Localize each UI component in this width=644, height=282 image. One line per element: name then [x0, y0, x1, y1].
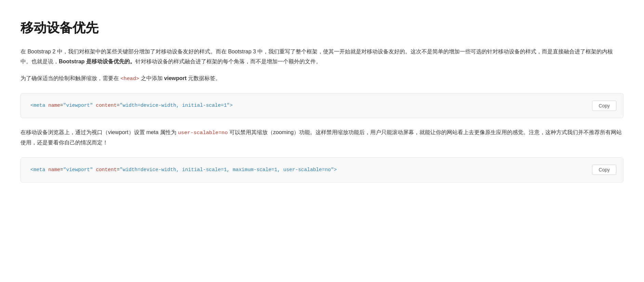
viewport-end-text: 元数据标签。: [187, 75, 221, 81]
copy-button-2[interactable]: Copy: [592, 165, 616, 175]
code-attr-name-2a: name: [48, 167, 60, 172]
viewport-suffix-text: 之中添加: [139, 75, 164, 81]
code-attr-value-2b: "width=device-width, initial-scale=1, ma…: [120, 167, 334, 172]
code-attr-value-2a: "viewport": [63, 167, 93, 172]
user-scalable-paragraph: 在移动设备浏览器上，通过为视口（viewport）设置 meta 属性为 use…: [21, 128, 623, 148]
code-tag-close-1: >: [230, 103, 233, 108]
page-title: 移动设备优先: [21, 16, 623, 39]
code-attr-name-1a: name: [48, 103, 60, 108]
code-block-1-content: <meta name="viewport" content="width=dev…: [30, 102, 592, 110]
user-scalable-prefix: 在移动设备浏览器上，通过为视口（viewport）设置 meta 属性为: [21, 129, 178, 135]
viewport-bold-text: viewport: [164, 75, 187, 81]
viewport-intro-paragraph: 为了确保适当的绘制和触屏缩放，需要在 <head> 之中添加 viewport …: [21, 74, 623, 84]
code-block-1: <meta name="viewport" content="width=dev…: [21, 93, 623, 118]
bootstrap-bold: Bootstrap 是移动设备优先的。: [59, 59, 135, 64]
code-attr-value-1b: "width=device-width, initial-scale=1": [120, 103, 230, 108]
intro-paragraph: 在 Bootstrap 2 中，我们对框架中的某些关键部分增加了对移动设备友好的…: [21, 47, 623, 67]
head-inline-code: <head>: [120, 76, 139, 82]
code-tag-open-2: <meta: [30, 167, 45, 172]
user-scalable-inline-code: user-scalable=no: [178, 130, 228, 136]
code-attr-name-2b: content: [96, 167, 117, 172]
viewport-prefix-text: 为了确保适当的绘制和触屏缩放，需要在: [21, 75, 120, 81]
code-tag-close-2: >: [334, 167, 337, 172]
code-block-2: <meta name="viewport" content="width=dev…: [21, 157, 623, 182]
code-block-2-content: <meta name="viewport" content="width=dev…: [30, 166, 592, 174]
copy-button-1[interactable]: Copy: [592, 101, 616, 111]
code-attr-name-1b: content: [96, 103, 117, 108]
code-attr-value-1a: "viewport": [63, 103, 93, 108]
code-tag-open-1: <meta: [30, 103, 45, 108]
